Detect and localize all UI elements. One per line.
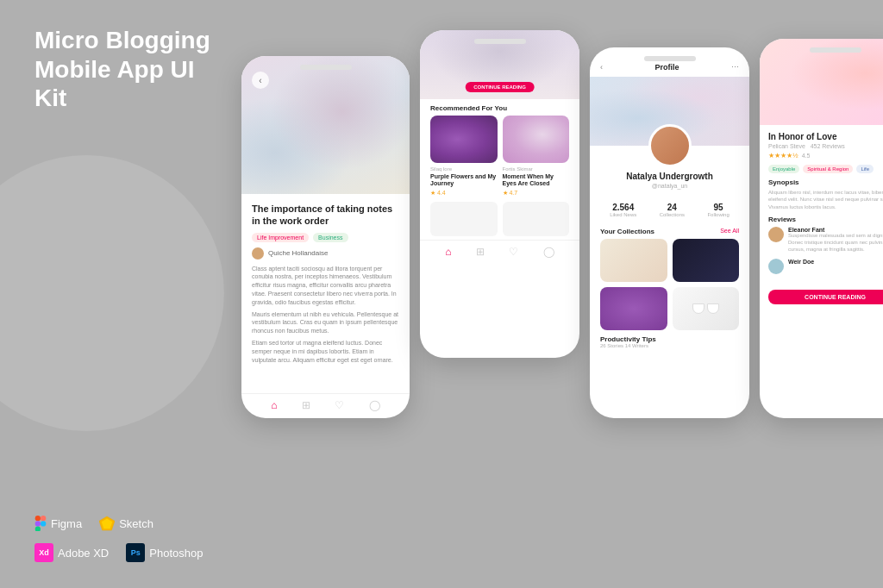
phone4-reviews-label: Reviews — [768, 216, 883, 223]
figma-label: Figma — [51, 517, 82, 530]
title-block: Micro Blogging Mobile App UI Kit — [34, 26, 224, 120]
phone2-rec-img1 — [430, 116, 498, 163]
tool-sketch: Sketch — [99, 516, 153, 531]
phone2-hero: CONTINUE READING — [420, 30, 579, 99]
phone4-review2-avatar — [768, 259, 784, 274]
phone1-author: Quiche Hollandaise — [252, 247, 399, 260]
phone1-title: The importance of taking notes in the wo… — [252, 203, 399, 228]
xd-label: Adobe XD — [58, 547, 109, 560]
phone1-nav: ⌂ ⊞ ♡ ◯ — [241, 393, 410, 411]
phone2-nav-heart[interactable]: ♡ — [509, 246, 518, 258]
phone3-stat2-num: 24 — [660, 203, 685, 212]
phone2-recommended-grid: Silaq lore Purple Flowers and My Journey… — [420, 116, 579, 202]
phone3-collections-grid — [590, 239, 749, 330]
phone2-rec-meta1: Silaq lore — [430, 166, 498, 172]
tool-ps: Ps Photoshop — [126, 543, 203, 562]
phone4-review1: Eleanor Fant Suspendisse malesuada sed s… — [768, 227, 883, 253]
phone3-stat-following: 95 Following — [707, 203, 729, 217]
phone2-rec-item1: Silaq lore Purple Flowers and My Journey… — [430, 116, 498, 197]
phone4-reviewer1: Eleanor Fant — [788, 227, 883, 233]
phone3-collection3 — [600, 287, 667, 330]
phone3-stat3-num: 95 — [707, 203, 729, 212]
phone2-nav: ⌂ ⊞ ♡ ◯ — [420, 240, 579, 261]
phone1-tag2: Business — [313, 233, 348, 242]
phone3-profile-handle: @natalya_un — [600, 183, 739, 189]
phone2-rec-item2: Fortis Skimar Moment When My Eyes Are Cl… — [503, 116, 570, 197]
phone1-hero-image: ‹ — [241, 56, 410, 194]
phone2-rec-title1: Purple Flowers and My Journey — [430, 173, 498, 188]
phone1-body3: Etiam sed tortor ut magna eleifend luctu… — [252, 339, 399, 364]
phone3-menu[interactable]: ⋯ — [731, 63, 739, 72]
phone2-nav-profile[interactable]: ◯ — [543, 246, 554, 258]
phone3-stat2-label: Collections — [660, 212, 685, 217]
svg-rect-0 — [35, 516, 41, 521]
phone4-continue-btn[interactable]: CONTINUE READING — [768, 290, 883, 304]
phone2-glasses-item2 — [503, 202, 570, 236]
phones-area: ‹ The importance of taking notes in the … — [241, 26, 883, 571]
phone3-stat-collections: 24 Collections — [660, 203, 685, 217]
phone4-synopsis-text: Aliquam libero nisl, interdum nec lacus … — [768, 189, 883, 210]
phone1-nav-home[interactable]: ⌂ — [271, 399, 277, 411]
tools-row: Figma Sketch Xd Adobe XD Ps Photoshop — [34, 516, 224, 571]
phone1-tag1: Life Improvement — [252, 233, 309, 242]
tool-figma: Figma — [34, 516, 82, 531]
phone4-rating-num: 4.5 — [802, 153, 811, 159]
phone3-see-all[interactable]: See All — [720, 228, 739, 235]
phone3-collections-header: Your Collections See All — [590, 224, 749, 239]
phone2-glasses-item1 — [430, 202, 498, 236]
phone1-nav-profile[interactable]: ◯ — [369, 399, 380, 411]
phone3-collection1 — [600, 239, 667, 282]
phone4-review2: Weir Doe — [768, 259, 883, 274]
phone2-glasses — [420, 202, 579, 236]
phone4-synopsis-label: Synopsis — [768, 178, 883, 186]
phone4-book-title: In Honor of Love — [768, 132, 883, 141]
phone4-content: In Honor of Love Pelican Steve 452 Revie… — [760, 125, 883, 286]
phone2-nav-search[interactable]: ⊞ — [476, 246, 485, 258]
phone3-cover — [590, 77, 749, 146]
phone3-collection4 — [673, 287, 740, 330]
phone3-stat1-num: 2.564 — [610, 203, 636, 212]
phone1-author-avatar — [252, 247, 264, 260]
phone3-topbar: ‹ Profile ⋯ — [590, 47, 749, 77]
phone1-nav-search[interactable]: ⊞ — [302, 399, 310, 411]
phone2-nav-home[interactable]: ⌂ — [445, 246, 451, 258]
phone2-rec-img2 — [503, 116, 570, 163]
phone3-stat-liked: 2.564 Liked News — [610, 203, 636, 217]
phone1-nav-heart[interactable]: ♡ — [335, 399, 344, 411]
phone1-body1: Class aptent taciti sociosqu ad litora t… — [252, 265, 399, 307]
svg-point-4 — [41, 521, 46, 526]
phone3-avatar — [648, 124, 692, 167]
phone3-productivity-meta: 26 Stories 14 Writers — [600, 343, 656, 348]
svg-rect-3 — [35, 527, 41, 531]
phone4-book-author: Pelican Steve 452 Reviews — [768, 143, 883, 149]
phone2-rec-meta2: Fortis Skimar — [503, 166, 570, 172]
phone4-book-rating: ★★★★½ 4.5 — [768, 152, 883, 160]
tool-xd: Xd Adobe XD — [34, 543, 109, 562]
phone1-author-name: Quiche Hollandaise — [268, 249, 328, 257]
phone4-tag2: Spiritual & Region — [803, 165, 853, 173]
phone3-productivity-title: Productivity Tips — [600, 335, 656, 343]
svg-rect-1 — [41, 516, 46, 521]
phone3-bowl2 — [707, 303, 719, 314]
phone4-review1-text: Suspendisse malesuada sed sem at digniss… — [788, 233, 883, 253]
phone4-tag3: Life — [856, 165, 874, 173]
phone-profile: ‹ Profile ⋯ Natalya Undergrowth @natalya… — [590, 47, 749, 418]
svg-rect-2 — [35, 521, 41, 526]
phone1-back-button[interactable]: ‹ — [252, 72, 269, 89]
xd-icon: Xd — [34, 543, 53, 562]
phone1-tags: Life Improvement Business — [252, 233, 399, 242]
phone2-rec-rating2: ★ 4.7 — [503, 190, 570, 197]
phone3-profile-label: Profile — [603, 63, 731, 72]
phone-blog-post: ‹ The importance of taking notes in the … — [241, 56, 410, 418]
phone2-continue-btn[interactable]: CONTINUE READING — [465, 82, 535, 92]
phone-recommended: CONTINUE READING Recommended For You Sil… — [420, 30, 579, 358]
phone3-collection2 — [673, 239, 740, 282]
sketch-label: Sketch — [119, 517, 153, 530]
phone4-review1-avatar — [768, 227, 784, 242]
phone2-recommended-label: Recommended For You — [420, 99, 579, 116]
phone3-stat3-label: Following — [707, 212, 729, 217]
phone4-book-tags: Enjoyable Spiritual & Region Life — [768, 165, 883, 173]
phone4-reviewer2: Weir Doe — [788, 259, 814, 265]
phone1-body2: Mauris elementum ut nibh eu vehicula. Pe… — [252, 310, 399, 335]
ps-icon: Ps — [126, 543, 145, 562]
